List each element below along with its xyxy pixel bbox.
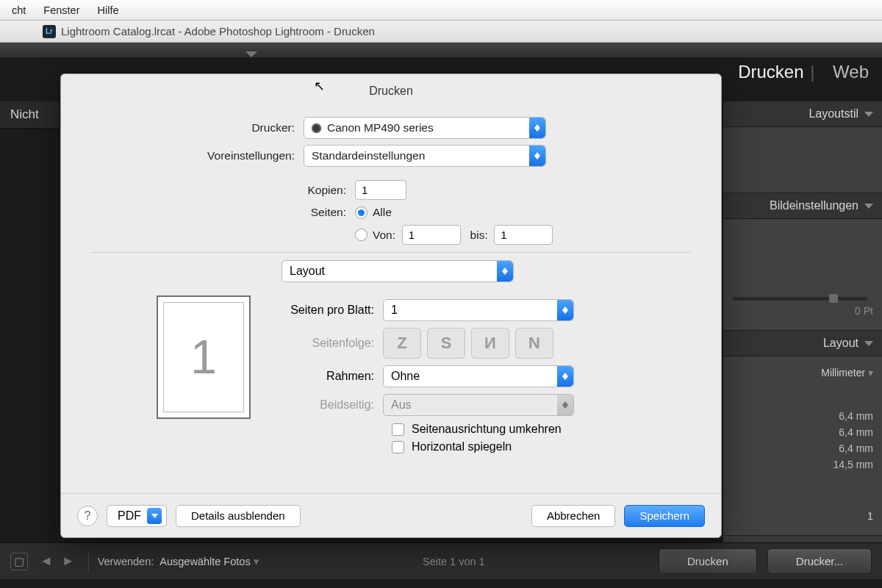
duplex-select: Aus [383, 394, 574, 416]
updown-arrows-icon [557, 395, 573, 415]
menu-item[interactable]: Hilfe [89, 4, 128, 16]
section-select[interactable]: Layout [282, 260, 514, 282]
slider-value: 0 Pt [732, 305, 873, 317]
margin-value: 6,4 mm [839, 426, 873, 438]
border-label: Rahmen: [273, 370, 383, 383]
prev-page-icon[interactable]: ◄ [35, 553, 57, 569]
page-order-w-icon[interactable]: И [471, 328, 509, 359]
pages-all-label: Alle [373, 206, 392, 219]
page-preview: 1 [157, 295, 251, 419]
page-count: 1 [732, 502, 873, 522]
updown-arrows-icon [497, 261, 513, 282]
panel-label: Layoutstil [808, 107, 858, 121]
pages-to-input[interactable] [494, 225, 553, 245]
use-label: Verwenden: [98, 556, 154, 567]
printer-setup-button[interactable]: Drucker... [767, 548, 872, 574]
svg-marker-3 [534, 156, 540, 159]
stroke-slider[interactable] [732, 297, 873, 301]
duplex-value: Aus [391, 398, 412, 412]
reverse-orientation-label: Seitenausrichtung umkehren [412, 423, 562, 436]
chevron-down-icon [245, 51, 257, 57]
pages-from-input[interactable] [402, 225, 461, 245]
duplex-label: Beidseitig: [273, 398, 383, 412]
printer-label: Drucker: [90, 121, 304, 135]
ruler-units[interactable]: Millimeter ▾ [732, 364, 873, 386]
menu-item[interactable]: Fenster [35, 4, 88, 16]
menubar: cht Fenster Hilfe [0, 0, 882, 21]
help-button[interactable]: ? [77, 506, 98, 526]
mirror-horizontal-checkbox[interactable] [392, 441, 404, 453]
pages-label: Seiten: [90, 206, 355, 219]
separator: | [810, 62, 814, 82]
border-select[interactable]: Ohne [383, 365, 574, 387]
svg-marker-1 [534, 128, 540, 132]
left-panel-header[interactable]: Nicht [0, 101, 59, 129]
stop-icon[interactable]: ▢ [10, 553, 28, 570]
print-dialog: Drucken Drucker: Canon MP490 series Vore… [60, 74, 722, 538]
menu-item[interactable]: cht [3, 4, 35, 16]
save-button[interactable]: Speichern [624, 505, 705, 527]
margin-value: 14,5 mm [833, 459, 873, 470]
filmstrip-collapse[interactable] [0, 43, 882, 57]
right-panel-group: Layoutstil Bildeinstellungen 0 Pt Layout… [723, 101, 882, 542]
pages-per-sheet-select[interactable]: 1 [383, 299, 574, 321]
pages-all-radio[interactable] [355, 207, 368, 219]
copies-label: Kopien: [90, 184, 355, 197]
pdf-dropdown[interactable]: PDF [107, 505, 167, 527]
pdf-label: PDF [118, 509, 141, 523]
page-order-options: Z S И N [383, 328, 553, 359]
pps-value: 1 [391, 304, 398, 317]
chevron-down-icon [864, 112, 873, 117]
section-value: Layout [290, 265, 325, 278]
cancel-button[interactable]: Abbrechen [531, 505, 616, 527]
page-order-s-icon[interactable]: S [427, 328, 465, 359]
panel-layoutstil[interactable]: Layoutstil [723, 101, 882, 127]
margin-value: 6,4 mm [839, 410, 873, 422]
presets-select[interactable]: Standardeinstellungen [304, 145, 546, 167]
pages-from-label: Von: [373, 229, 395, 242]
window-title: Lightroom Catalog.lrcat - Adobe Photosho… [61, 25, 375, 37]
panel-layout[interactable]: Layout [723, 331, 882, 356]
updown-arrows-icon [529, 118, 545, 138]
svg-marker-12 [151, 514, 158, 518]
copies-input[interactable] [355, 180, 406, 200]
svg-marker-7 [562, 310, 568, 314]
preview-page-number: 1 [190, 330, 217, 384]
hide-details-button[interactable]: Details ausblenden [176, 505, 301, 527]
pages-to-label: bis: [470, 229, 488, 242]
updown-arrows-icon [557, 366, 573, 387]
page-order-n-icon[interactable]: N [515, 328, 553, 359]
printer-select[interactable]: Canon MP490 series [304, 117, 546, 139]
chevron-down-icon [147, 508, 162, 524]
updown-arrows-icon [529, 146, 545, 166]
chevron-down-icon [864, 204, 873, 209]
border-value: Ohne [391, 370, 420, 383]
module-picker: Drucken | Web [726, 62, 869, 82]
svg-marker-5 [502, 271, 508, 275]
chevron-down-icon [864, 341, 873, 346]
module-web[interactable]: Web [833, 62, 869, 82]
panel-label: Layout [823, 337, 858, 350]
presets-label: Voreinstellungen: [90, 149, 304, 162]
reverse-orientation-checkbox[interactable] [392, 423, 404, 436]
page-order-z-icon[interactable]: Z [383, 328, 421, 359]
pages-range-radio[interactable] [355, 229, 368, 241]
margin-value: 6,4 mm [839, 442, 873, 454]
next-page-icon[interactable]: ► [57, 553, 79, 569]
panel-label: Bildeinstellungen [770, 199, 858, 212]
bottom-toolbar: ▢ ◄ ► Verwenden: Ausgewählte Fotos ▾ Sei… [0, 542, 882, 579]
presets-value: Standardeinstellungen [312, 149, 425, 162]
printer-status-icon [312, 123, 321, 133]
panel-bildeinstellungen[interactable]: Bildeinstellungen [723, 193, 882, 219]
page-order-label: Seitenfolge: [273, 337, 383, 350]
use-dropdown[interactable]: Ausgewählte Fotos ▾ [159, 556, 259, 567]
dialog-title: Drucken [61, 74, 721, 105]
module-print[interactable]: Drucken [738, 62, 803, 82]
print-button[interactable]: Drucken [659, 548, 757, 574]
updown-arrows-icon [557, 300, 573, 320]
pages-per-sheet-label: Seiten pro Blatt: [273, 304, 383, 317]
page-status: Seite 1 von 1 [423, 556, 485, 567]
window-titlebar: Lr Lightroom Catalog.lrcat - Adobe Photo… [0, 21, 882, 43]
svg-marker-9 [562, 376, 568, 380]
mirror-horizontal-label: Horizontal spiegeln [412, 440, 512, 453]
